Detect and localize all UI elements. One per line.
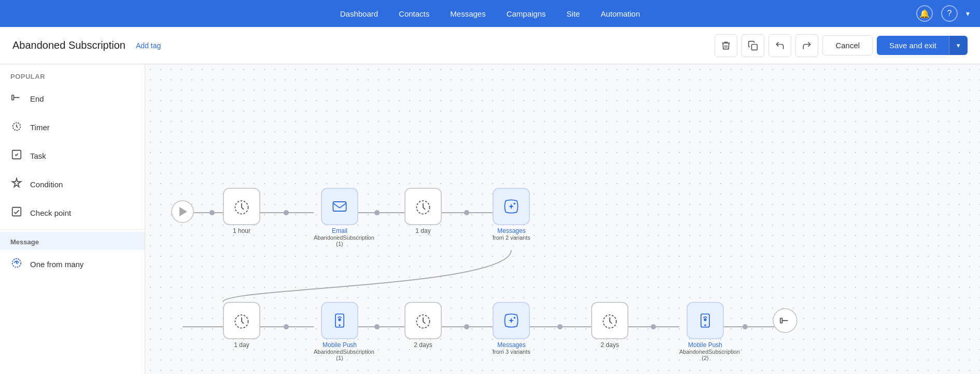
nav-dashboard[interactable]: Dashboard — [340, 9, 378, 18]
delete-button[interactable] — [715, 34, 737, 57]
timer-node-3-box[interactable] — [223, 302, 260, 339]
svg-point-13 — [464, 210, 469, 215]
timer-node-1-time: 1 hour — [233, 227, 250, 234]
svg-rect-41 — [780, 318, 782, 323]
sidebar-popular-title: Popular — [0, 64, 145, 85]
main-layout: Popular End Timer Task Condition — [0, 64, 980, 374]
add-tag-button[interactable]: Add tag — [136, 41, 161, 50]
push-node-1[interactable]: Mobile Push AbandonedSubscription (1) — [314, 302, 366, 361]
nav-site[interactable]: Site — [567, 9, 580, 18]
cancel-button[interactable]: Cancel — [822, 35, 873, 56]
end-node[interactable] — [773, 308, 797, 333]
sidebar-item-timer[interactable]: Timer — [0, 113, 145, 142]
flow-container: 1 hour Email AbandonedSubscription (1) — [156, 85, 881, 374]
email-node[interactable]: Email AbandonedSubscription (1) — [314, 188, 366, 247]
timer-node-1[interactable]: 1 hour — [223, 188, 260, 234]
push-node-2-label-bottom: AbandonedSubscription (2) — [679, 349, 731, 361]
nav-contacts[interactable]: Contacts — [399, 9, 429, 18]
page-title: Abandoned Subscription — [12, 39, 125, 51]
undo-button[interactable] — [768, 34, 791, 57]
timer-node-5[interactable]: 2 days — [591, 302, 628, 349]
notification-icon[interactable]: 🔔 — [916, 5, 933, 22]
timer-node-5-box[interactable] — [591, 302, 628, 339]
timer-icon-4 — [414, 311, 432, 330]
push-icon-1 — [330, 311, 349, 330]
flow-canvas: 1 hour Email AbandonedSubscription (1) — [145, 64, 980, 374]
help-icon[interactable]: ? — [941, 5, 958, 22]
messages-node-1-label-bottom: from 2 variants — [493, 234, 530, 241]
sidebar-item-onefrom-label: One from many — [30, 260, 83, 269]
messages-icon-2 — [502, 311, 521, 330]
messages-node-2-label-top: Messages — [497, 341, 526, 349]
redo-button[interactable] — [795, 34, 818, 57]
sidebar-item-condition-label: Condition — [30, 180, 63, 189]
nav-messages[interactable]: Messages — [450, 9, 485, 18]
timer-icon-2 — [414, 197, 432, 216]
email-node-label-bottom: AbandonedSubscription (1) — [314, 234, 366, 247]
nav-icons: 🔔 ? ▾ — [916, 5, 970, 22]
timer-node-4-box[interactable] — [404, 302, 442, 339]
messages-node-2-label-bottom: from 3 variants — [493, 349, 530, 355]
nav-campaigns[interactable]: Campaigns — [507, 9, 546, 18]
svg-point-11 — [374, 210, 380, 215]
trash-icon — [721, 40, 731, 51]
end-icon-flow — [779, 315, 791, 326]
sidebar-item-end[interactable]: End — [0, 85, 145, 113]
messages-icon-1 — [502, 197, 521, 216]
nav-automation[interactable]: Automation — [600, 9, 640, 18]
svg-rect-0 — [752, 44, 758, 50]
messages-node-2-box[interactable] — [493, 302, 530, 339]
timer-node-3-time: 1 day — [234, 341, 249, 349]
push-node-2-box[interactable] — [687, 302, 724, 339]
save-button[interactable]: Save and exit — [877, 36, 949, 55]
start-node[interactable] — [171, 200, 194, 223]
svg-point-30 — [514, 203, 516, 205]
messages-node-1[interactable]: Messages from 2 variants — [493, 188, 530, 241]
sidebar-item-checkpoint[interactable]: Check point — [0, 199, 145, 227]
svg-point-17 — [374, 324, 380, 329]
condition-icon — [10, 177, 23, 191]
svg-point-33 — [339, 324, 341, 326]
email-node-label-top: Email — [332, 227, 347, 234]
redo-icon — [802, 40, 812, 51]
copy-button[interactable] — [741, 34, 764, 57]
email-icon — [330, 197, 349, 216]
email-node-box[interactable] — [321, 188, 358, 225]
svg-point-9 — [284, 210, 289, 215]
svg-point-7 — [209, 210, 215, 215]
timer-node-2-box[interactable] — [404, 188, 442, 225]
timer-node-1-box[interactable] — [223, 188, 260, 225]
svg-point-15 — [284, 324, 289, 329]
start-triangle-icon — [179, 207, 187, 216]
push-icon-2 — [696, 311, 715, 330]
sidebar-message-title: Message — [0, 232, 145, 250]
sidebar-item-task[interactable]: Task — [0, 142, 145, 170]
timer-node-4-time: 2 days — [414, 341, 432, 349]
push-node-1-label-bottom: AbandonedSubscription (1) — [314, 349, 366, 361]
sidebar-item-task-label: Task — [30, 151, 46, 160]
svg-point-19 — [464, 324, 469, 329]
sidebar-divider — [0, 229, 145, 230]
checkpoint-icon — [10, 206, 23, 220]
timer-node-4[interactable]: 2 days — [404, 302, 442, 349]
sidebar-item-end-label: End — [30, 94, 44, 103]
end-node-box[interactable] — [773, 308, 797, 333]
sidebar-item-condition[interactable]: Condition — [0, 170, 145, 199]
svg-point-25 — [743, 324, 748, 329]
timer-node-3[interactable]: 1 day — [223, 302, 260, 349]
push-node-2[interactable]: Mobile Push AbandonedSubscription (2) — [679, 302, 731, 361]
svg-point-40 — [704, 318, 706, 321]
account-chevron[interactable]: ▾ — [966, 9, 970, 18]
end-icon — [10, 92, 23, 106]
sidebar-item-onefrom[interactable]: One from many — [0, 250, 145, 279]
top-nav: Dashboard Contacts Messages Campaigns Si… — [0, 0, 980, 27]
push-node-1-box[interactable] — [321, 302, 358, 339]
messages-node-2[interactable]: Messages from 3 variants — [493, 302, 530, 355]
timer-node-2[interactable]: 1 day — [404, 188, 442, 234]
timer-node-5-time: 2 days — [600, 341, 619, 349]
messages-node-1-box[interactable] — [493, 188, 530, 225]
save-dropdown-button[interactable]: ▾ — [949, 36, 968, 55]
onefrom-icon — [10, 257, 23, 271]
toolbar-actions: Cancel Save and exit ▾ — [715, 34, 968, 57]
svg-point-39 — [704, 324, 706, 326]
